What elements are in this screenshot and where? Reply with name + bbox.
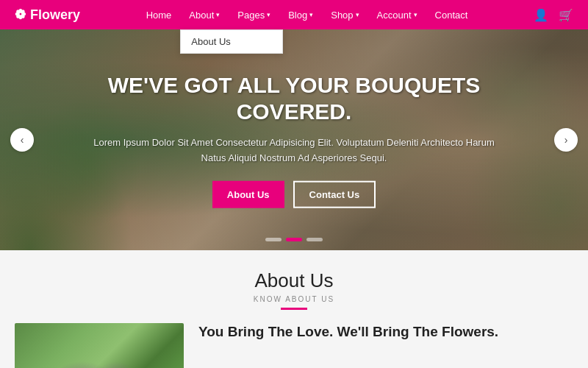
carousel-dot-3[interactable] — [306, 238, 323, 241]
nav-link-contact[interactable]: Contact — [426, 0, 477, 29]
brand-icon: ❁ — [15, 7, 26, 23]
main-nav: Home About ▾ About Us Pages ▾ Blog ▾ — [137, 0, 477, 29]
hero-subtitle: Lorem Ipsum Dolor Sit Amet Consectetur A… — [81, 135, 507, 166]
nav-item-account[interactable]: Account ▾ — [368, 0, 426, 29]
nav-link-shop[interactable]: Shop ▾ — [322, 0, 368, 29]
about-dropdown: About Us — [180, 29, 283, 54]
brand-name: Flowery — [30, 7, 80, 23]
nav-item-shop[interactable]: Shop ▾ — [322, 0, 368, 29]
user-icon[interactable]: 👤 — [534, 8, 548, 22]
navbar: ❁ Flowery Home About ▾ About Us Pages ▾ … — [0, 0, 588, 29]
chevron-down-icon: ▾ — [414, 11, 417, 18]
carousel-dot-2[interactable] — [286, 238, 302, 241]
hero-content: WE'VE GOT ALL YOUR BOUQUETS COVERED. Lor… — [81, 72, 507, 208]
chevron-down-icon: ▾ — [267, 11, 270, 18]
nav-link-home[interactable]: Home — [137, 0, 181, 29]
about-section-title: About Us — [15, 269, 573, 292]
carousel-dot-1[interactable] — [265, 238, 282, 241]
about-text-title: You Bring The Love. We'll Bring The Flow… — [198, 323, 573, 342]
chevron-down-icon: ▾ — [216, 11, 220, 18]
chevron-down-icon: ▾ — [309, 11, 313, 18]
nav-item-blog[interactable]: Blog ▾ — [279, 0, 322, 29]
nav-link-pages[interactable]: Pages ▾ — [229, 0, 279, 29]
carousel-prev-button[interactable]: ‹ — [10, 128, 34, 152]
about-image — [15, 323, 184, 368]
about-subtitle-label: KNOW ABOUT US — [15, 295, 573, 303]
brand-logo[interactable]: ❁ Flowery — [15, 7, 80, 23]
nav-item-home[interactable]: Home — [137, 0, 181, 29]
carousel-dots — [265, 238, 323, 241]
nav-item-about[interactable]: About ▾ About Us — [180, 0, 229, 29]
dropdown-item-about-us[interactable]: About Us — [181, 30, 282, 53]
contact-us-button[interactable]: Contact Us — [293, 180, 376, 208]
about-us-button[interactable]: About Us — [212, 180, 284, 208]
chevron-down-icon: ▾ — [356, 11, 359, 18]
about-divider — [281, 308, 307, 310]
hero-section: ‹ › WE'VE GOT ALL YOUR BOUQUETS COVERED.… — [0, 29, 588, 250]
nav-item-contact[interactable]: Contact — [426, 0, 477, 29]
nav-item-pages[interactable]: Pages ▾ — [229, 0, 279, 29]
hero-title: WE'VE GOT ALL YOUR BOUQUETS COVERED. — [81, 72, 507, 125]
about-text-block: You Bring The Love. We'll Bring The Flow… — [198, 323, 573, 368]
about-header: About Us KNOW ABOUT US — [15, 269, 573, 310]
nav-link-blog[interactable]: Blog ▾ — [279, 0, 322, 29]
about-content: You Bring The Love. We'll Bring The Flow… — [15, 323, 573, 368]
cart-icon[interactable]: 🛒 — [559, 8, 573, 22]
about-section: About Us KNOW ABOUT US You Bring The Lov… — [0, 250, 588, 368]
nav-link-about[interactable]: About ▾ — [180, 0, 229, 29]
hero-buttons: About Us Contact Us — [81, 180, 507, 208]
nav-link-account[interactable]: Account ▾ — [368, 0, 426, 29]
navbar-icons: 👤 🛒 — [534, 8, 573, 22]
carousel-next-button[interactable]: › — [554, 128, 578, 152]
